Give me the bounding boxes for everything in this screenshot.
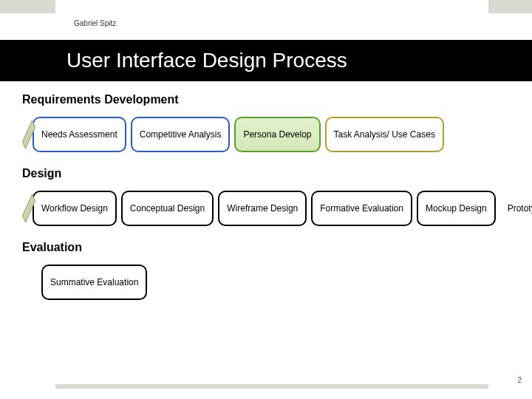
requirements-row: Needs Assessment Competitive Analysis Pe…: [24, 117, 517, 152]
step-task-analysis: Task Analysis/ Use Cases: [325, 117, 444, 152]
section-evaluation-title: Evaluation: [22, 241, 517, 254]
step-competitive-analysis: Competitive Analysis: [131, 117, 231, 152]
section-requirements-title: Requirements Development: [22, 93, 517, 106]
bottom-decorative-band: [55, 384, 488, 389]
content-area: Requirements Development Needs Assessmen…: [22, 93, 517, 315]
step-formative-eval: Formative Evaluation: [311, 191, 412, 226]
step-needs-assessment: Needs Assessment: [33, 117, 126, 152]
page-number: 2: [517, 376, 522, 384]
section-design-title: Design: [22, 167, 517, 180]
step-workflow-design: Workflow Design: [33, 191, 117, 226]
step-summative-evaluation: Summative Evaluation: [41, 265, 147, 300]
top-decorative-band-inner: [55, 0, 488, 13]
evaluation-row: Summative Evaluation: [24, 265, 517, 300]
slide-title: User Interface Design Process: [66, 49, 347, 72]
step-conceptual-design: Conceptual Design: [121, 191, 214, 226]
title-bar: User Interface Design Process: [0, 40, 532, 81]
step-mockup-design: Mockup Design: [417, 191, 496, 226]
step-wireframe-design: Wireframe Design: [218, 191, 307, 226]
author-name: Gabriel Spitz: [74, 19, 116, 27]
step-prototype-design: Prototype Design: [500, 191, 532, 226]
step-persona-develop: Persona Develop: [234, 117, 320, 152]
design-row: Workflow Design Conceptual Design Wirefr…: [24, 191, 517, 226]
